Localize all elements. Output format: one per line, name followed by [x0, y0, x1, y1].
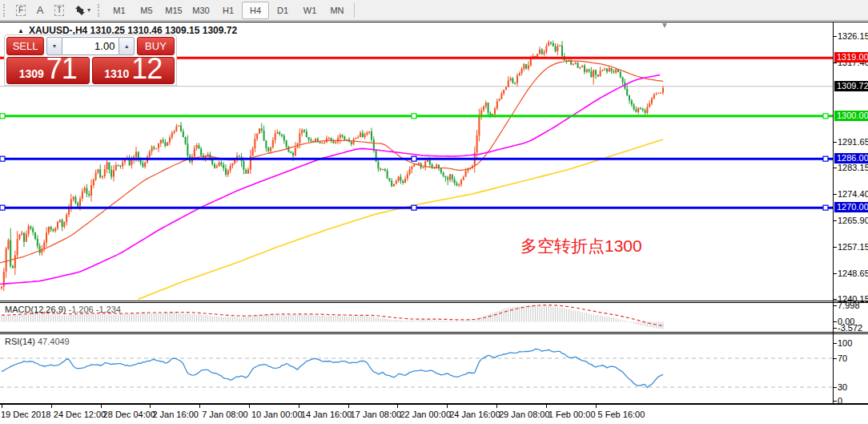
timeframe-w1-button[interactable]: W1	[296, 2, 323, 19]
price-tick	[834, 220, 837, 221]
ma-slow-line	[138, 139, 663, 300]
time-axis-separator	[0, 403, 868, 405]
price-marker-label: 1270.00	[834, 202, 868, 212]
macd-value-main: -1.206	[68, 305, 93, 314]
price-label: 1257.15	[838, 242, 868, 252]
price-tick	[834, 194, 837, 195]
timeframe-m30-button[interactable]: M30	[187, 2, 215, 19]
price-label: 1265.90	[838, 216, 868, 226]
sell-price-box[interactable]: 1309 71	[6, 57, 90, 84]
macd-pane-canvas[interactable]	[0, 303, 833, 332]
rsi-label: RSI(14) 47.4049	[5, 337, 70, 346]
arrows-icon	[74, 5, 86, 16]
fibonacci-icon: F	[16, 5, 26, 16]
rsi-pane-canvas[interactable]	[0, 334, 833, 403]
time-tick	[348, 404, 349, 408]
price-tick	[834, 142, 837, 143]
text-tool-icon: A	[37, 4, 44, 16]
sell-price-main: 1309	[19, 66, 44, 82]
time-label: 5 Feb 16:00	[598, 410, 645, 419]
rsi-tick	[834, 387, 837, 388]
rsi-axis-label: 30	[838, 382, 847, 393]
buy-price-pips: 12	[131, 56, 162, 82]
macd-name: MACD(12,26,9)	[5, 305, 66, 314]
arrows-dropdown-caret: ▾	[87, 6, 90, 14]
price-tick	[834, 273, 837, 274]
rsi-axis-label: 100	[838, 338, 852, 349]
time-label: 17 Jan 08:00	[351, 410, 402, 419]
price-marker-label: 1309.72	[834, 81, 868, 91]
timeframe-d1-button[interactable]: D1	[269, 2, 296, 19]
one-click-trade-panel: SELL ▼ 1.00 ▲ BUY 1309 71 1310 12	[4, 34, 177, 87]
pane-separator[interactable]	[0, 332, 868, 333]
time-tick	[546, 404, 547, 408]
fibonacci-tool-button[interactable]: F	[11, 2, 30, 18]
time-tick	[150, 404, 151, 408]
macd-tick	[834, 305, 837, 306]
trading-terminal-window: F A T ▾ M1M5M15M30H1H4D1W1MN 1326.151317…	[0, 0, 868, 424]
rsi-value: 47.4049	[38, 337, 70, 346]
price-label: 1326.15	[838, 31, 868, 42]
chart-text-annotation[interactable]: 多空转折点1300	[520, 235, 642, 257]
macd-tick	[834, 328, 837, 329]
price-axis-line	[833, 22, 834, 404]
chart-shift-marker	[662, 23, 667, 28]
timeframe-h4-button[interactable]: H4	[242, 2, 269, 19]
toolbar-grip[interactable]	[3, 4, 8, 17]
time-label: 7 Jan 08:00	[202, 410, 248, 419]
timeframe-mn-button[interactable]: MN	[323, 2, 351, 19]
toolbar-separator	[354, 3, 355, 18]
time-tick	[51, 404, 52, 408]
time-tick	[199, 404, 200, 408]
pane-separator	[0, 302, 868, 303]
time-label: 1 Feb 00:00	[549, 410, 596, 419]
time-tick	[249, 404, 250, 408]
toolbar: F A T ▾ M1M5M15M30H1H4D1W1MN	[0, 0, 868, 21]
time-tick	[596, 404, 597, 408]
text-tool-button[interactable]: A	[30, 2, 50, 18]
sell-button[interactable]: SELL	[6, 37, 44, 55]
trade-panel-shadow	[4, 85, 178, 86]
time-label: 28 Dec 04:00	[103, 410, 155, 419]
time-label: 14 Jan 16:00	[301, 410, 352, 419]
text-label-tool-button[interactable]: T	[50, 2, 69, 18]
symbol-collapse-icon[interactable]: ▲	[18, 27, 24, 34]
price-marker-label: 1319.00	[834, 52, 868, 63]
rsi-tick	[834, 358, 837, 359]
arrows-tool-button[interactable]: ▾	[69, 2, 96, 18]
sell-price-pips: 71	[46, 56, 77, 82]
ma-fast-line	[0, 61, 663, 263]
time-label: 22 Jan 00:00	[400, 410, 451, 419]
time-tick	[299, 404, 299, 408]
time-label: 19 Dec 2018	[1, 410, 50, 419]
macd-axis-label: -3.572	[838, 323, 862, 333]
price-tick	[834, 299, 837, 300]
price-label: 1283.15	[838, 163, 868, 173]
macd-axis-label: 7.998	[838, 301, 860, 311]
rsi-axis-label: 70	[838, 353, 847, 364]
timeframe-bar: M1M5M15M30H1H4D1W1MN	[106, 2, 351, 19]
price-tick	[834, 247, 837, 248]
price-tick	[834, 36, 837, 37]
time-tick	[447, 404, 448, 408]
macd-label: MACD(12,26,9) -1.206 -1.234	[5, 305, 121, 314]
price-marker-label: 1300.00	[834, 111, 868, 121]
time-tick	[397, 404, 398, 408]
timeframe-h1-button[interactable]: H1	[215, 2, 242, 19]
rsi-axis-label: 0	[838, 396, 842, 406]
price-label: 1291.65	[838, 137, 868, 147]
buy-price-box[interactable]: 1310 12	[92, 57, 175, 84]
toolbar-grip-2[interactable]	[98, 4, 102, 17]
time-tick	[496, 404, 497, 408]
price-label: 1248.65	[838, 269, 868, 279]
timeframe-m1-button[interactable]: M1	[106, 2, 133, 19]
time-label: 10 Jan 00:00	[251, 410, 303, 419]
pane-separator	[0, 333, 868, 334]
pane-separator[interactable]	[0, 301, 868, 301]
macd-tick	[834, 321, 837, 322]
price-label: 1274.40	[838, 189, 868, 200]
timeframe-m5-button[interactable]: M5	[133, 2, 160, 19]
timeframe-m15-button[interactable]: M15	[160, 2, 187, 19]
time-tick	[101, 404, 102, 408]
rsi-line	[2, 349, 663, 388]
